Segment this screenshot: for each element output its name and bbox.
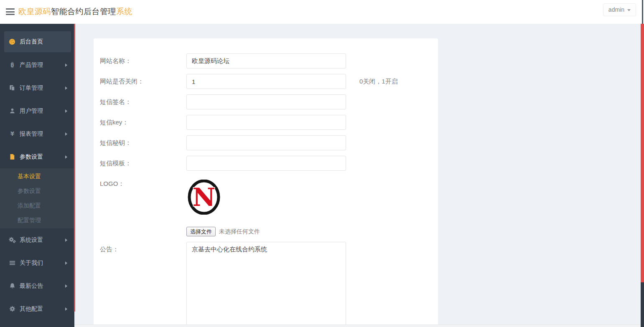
svg-text:B: B — [10, 62, 14, 68]
field-sms-key-input[interactable] — [186, 115, 346, 130]
orders-icon — [8, 85, 16, 91]
form-row-sms-secret: 短信秘钥： — [94, 135, 438, 150]
caret-down-icon — [627, 9, 631, 11]
field-label-sms-template: 短信模板： — [94, 156, 186, 171]
settings-form-card: 网站名称： 网站是否关闭： 0关闭，1开启 短信签名： — [94, 38, 438, 327]
user-icon — [8, 108, 16, 114]
bitcoin-icon: B — [8, 62, 16, 68]
page-title-brand: 欧皇源码 — [18, 7, 51, 16]
vertical-scrollbar-thumb[interactable] — [641, 282, 644, 327]
sidebar-item-system[interactable]: 系统设置 — [0, 228, 74, 251]
form-row-site-closed: 网站是否关闭： 0关闭，1开启 — [94, 74, 438, 89]
form-row-sms-template: 短信模板： — [94, 156, 438, 171]
sidebar-item-params[interactable]: 参数设置 — [0, 145, 74, 168]
sidebar-item-news[interactable]: 最新公告 — [0, 274, 74, 297]
sidebar-item-users[interactable]: 用户管理 — [0, 99, 74, 122]
field-sms-template-input[interactable] — [186, 156, 346, 171]
chevron-right-icon — [65, 86, 67, 90]
yen-icon: ¥ — [8, 131, 16, 137]
user-menu-label: admin — [608, 6, 624, 13]
main-content: 网站名称： 网站是否关闭： 0关闭，1开启 短信签名： — [74, 24, 644, 327]
chevron-right-icon — [65, 155, 67, 159]
page-title: 欧皇源码智能合约后台管理系统 — [18, 0, 132, 23]
field-label-logo: LOGO： — [94, 176, 186, 236]
gears-icon — [8, 237, 16, 243]
field-label-sms-sign: 短信签名： — [94, 94, 186, 109]
chevron-right-icon — [65, 63, 67, 67]
site-logo-image: N — [186, 180, 221, 215]
form-row-site-name: 网站名称： — [94, 53, 438, 68]
svg-text:N: N — [193, 183, 216, 212]
page-title-middle: 智能合约后台管理 — [51, 7, 116, 16]
bell-icon — [8, 283, 16, 289]
sidebar: 后台首页 B 产品管理 订单管理 用户管理 ¥ 报表管理 参数设置 基本设置 参… — [0, 24, 74, 327]
sidebar-item-reports[interactable]: ¥ 报表管理 — [0, 122, 74, 145]
field-site-closed-input[interactable] — [186, 74, 346, 89]
chevron-right-icon — [65, 238, 67, 242]
hamburger-menu-icon[interactable] — [6, 8, 15, 15]
chevron-right-icon — [65, 284, 67, 288]
field-label-notice: 公告： — [94, 242, 186, 327]
sidebar-item-orders[interactable]: 订单管理 — [0, 76, 74, 99]
form-row-logo: LOGO： N 选择文件 未选择任何文件 — [94, 176, 438, 236]
field-site-name-input[interactable] — [186, 53, 346, 68]
vertical-scrollbar-red[interactable] — [641, 24, 644, 282]
field-hint: 0关闭，1开启 — [359, 74, 398, 89]
submenu-item-params-0[interactable]: 基本设置 — [0, 169, 74, 184]
field-label-sms-secret: 短信秘钥： — [94, 135, 186, 150]
chevron-right-icon — [65, 307, 67, 311]
topbar: 欧皇源码智能合约后台管理系统 admin — [0, 0, 644, 24]
submenu-params: 基本设置 参数设置 添加配置 配置管理 — [0, 168, 74, 228]
sidebar-item-about[interactable]: 关于我们 — [0, 251, 74, 274]
gear-icon — [8, 306, 16, 312]
field-label-site-closed: 网站是否关闭： — [94, 74, 186, 89]
page-title-suffix: 系统 — [116, 7, 132, 16]
field-label-site-name: 网站名称： — [94, 53, 186, 68]
field-sms-secret-input[interactable] — [186, 135, 346, 150]
sidebar-item-products[interactable]: B 产品管理 — [0, 53, 74, 76]
file-status-text: 未选择任何文件 — [219, 228, 260, 236]
choose-file-button[interactable]: 选择文件 — [186, 227, 216, 236]
file-icon — [8, 154, 16, 160]
svg-text:¥: ¥ — [10, 131, 14, 137]
form-row-sms-key: 短信key： — [94, 115, 438, 130]
chevron-right-icon — [65, 109, 67, 113]
form-row-sms-sign: 短信签名： — [94, 94, 438, 109]
submenu-item-params-1[interactable]: 参数设置 — [0, 184, 74, 198]
submenu-item-params-2[interactable]: 添加配置 — [0, 198, 74, 213]
chevron-right-icon — [65, 261, 67, 265]
field-notice-textarea[interactable]: 京基去中心化在线合约系统 — [186, 242, 346, 327]
sidebar-item-other[interactable]: 其他配置 — [0, 297, 74, 320]
list-icon — [8, 260, 16, 266]
sidebar-item-home[interactable]: 后台首页 — [4, 31, 71, 52]
sidebar-red-divider — [74, 24, 75, 312]
submenu-item-params-3[interactable]: 配置管理 — [0, 213, 74, 228]
horizontal-scrollbar-track[interactable] — [74, 324, 641, 327]
dashboard-icon — [8, 38, 16, 45]
form-row-notice: 公告： 京基去中心化在线合约系统 — [94, 242, 438, 327]
field-label-sms-key: 短信key： — [94, 115, 186, 130]
topbar-edge-line — [642, 0, 643, 24]
chevron-right-icon — [65, 132, 67, 136]
user-menu-button[interactable]: admin — [603, 3, 636, 16]
field-sms-sign-input[interactable] — [186, 94, 346, 109]
